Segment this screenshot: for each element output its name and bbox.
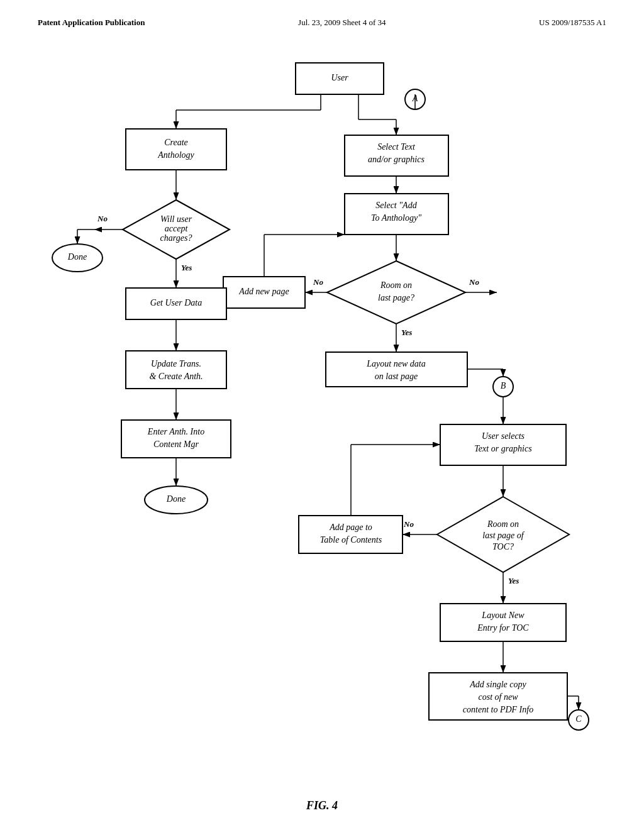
page: Patent Application Publication Jul. 23, … — [0, 0, 644, 830]
room-last-page-label1: Room on — [380, 280, 412, 290]
room-toc-label2: last page of — [482, 531, 525, 540]
done-label-2: Done — [166, 494, 186, 504]
figure-label: FIG. 4 — [306, 799, 338, 812]
user-selects-label2: Text or graphics — [474, 444, 532, 453]
layout-new-entry-label2: Entry for TOC — [477, 623, 529, 633]
room-last-page-label2: last page? — [378, 293, 414, 302]
create-anthology-label2: Anthology — [157, 150, 194, 160]
no-label-3: No — [403, 519, 414, 529]
room-toc-label1: Room on — [487, 519, 519, 529]
layout-new-entry-box — [440, 604, 566, 641]
no-label-2b: No — [313, 277, 323, 287]
get-user-data-label: Get User Data — [150, 298, 202, 307]
add-page-toc-label2: Table of Contents — [320, 535, 382, 545]
header-center: Jul. 23, 2009 Sheet 4 of 34 — [298, 18, 386, 28]
will-user-label2: accept — [165, 224, 189, 233]
add-single-copy-label2: cost of new — [479, 692, 519, 702]
layout-new-data-box — [326, 352, 467, 387]
enter-anth-label1: Enter Anth. Into — [147, 427, 204, 436]
create-anthology-label: Create — [164, 138, 188, 147]
done-label-1: Done — [67, 252, 87, 262]
yes-label-2: Yes — [401, 328, 412, 337]
user-selects-label1: User selects — [482, 431, 525, 441]
layout-new-data-label1: Layout new data — [366, 359, 425, 368]
will-user-label3: charges? — [160, 233, 192, 243]
header-right: US 2009/187535 A1 — [539, 18, 606, 28]
will-user-label1: Will user — [160, 214, 192, 224]
no-label-1: No — [97, 214, 108, 223]
flowchart-diagram: .box-rect { fill: white; stroke: black; … — [38, 38, 606, 792]
add-single-copy-label3: content to PDF Info — [463, 705, 533, 714]
page-header: Patent Application Publication Jul. 23, … — [0, 0, 644, 28]
no-label-2: No — [469, 277, 479, 287]
user-label: User — [331, 73, 348, 82]
enter-anth-box — [121, 420, 231, 458]
yes-label-3: Yes — [508, 576, 519, 585]
layout-new-entry-label1: Layout New — [481, 611, 525, 620]
connector-c-label: C — [575, 714, 582, 724]
add-single-copy-label1: Add single copy — [469, 680, 526, 689]
layout-new-data-label2: on last page — [375, 372, 418, 381]
enter-anth-label2: Content Mgr — [153, 440, 199, 449]
update-trans-box — [126, 351, 226, 389]
update-trans-label1: Update Trans. — [151, 359, 201, 368]
header-left: Patent Application Publication — [38, 18, 145, 28]
select-add-label2: To Anthology" — [371, 213, 421, 223]
add-new-page-label: Add new page — [238, 287, 289, 296]
add-page-toc-box — [299, 516, 402, 553]
select-text-label1: Select Text — [377, 142, 416, 152]
add-page-toc-label1: Add page to — [329, 523, 372, 532]
create-anthology-box — [126, 129, 226, 170]
select-text-label2: and/or graphics — [368, 155, 425, 164]
room-toc-label3: TOC? — [492, 542, 514, 551]
connector-b-label: B — [501, 381, 506, 390]
select-add-label1: Select "Add — [375, 201, 417, 210]
yes-label-1: Yes — [181, 263, 192, 272]
update-trans-label2: & Create Anth. — [149, 372, 203, 381]
room-last-page-diamond — [327, 261, 465, 324]
